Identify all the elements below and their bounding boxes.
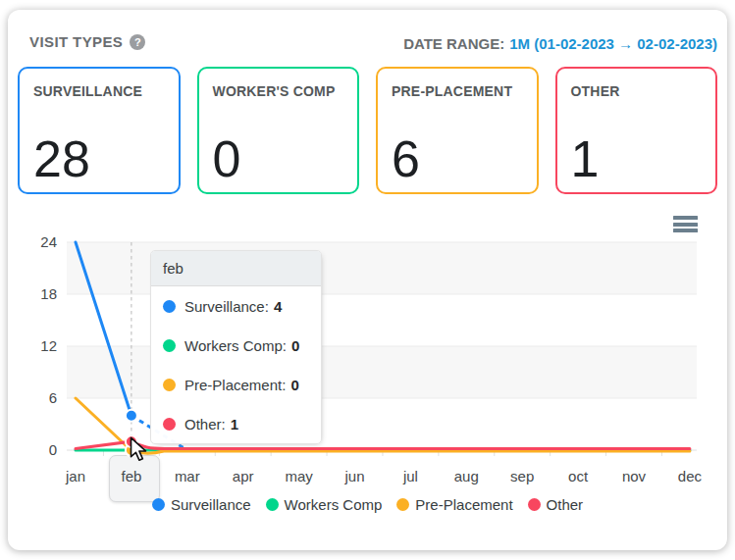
x-label-mar: mar [175,468,200,484]
tooltip-series-value: 1 [231,416,238,433]
tooltip-row-surveillance: Surveillance:4 [151,286,321,326]
chart-legend: SurveillanceWorkers CompPre-PlacementOth… [8,496,727,513]
legend-color-dot [528,498,541,511]
y-label-0: 0 [49,441,57,458]
legend-color-dot [266,498,279,511]
tooltip-series-value: 0 [290,377,298,393]
tooltip-series-value: 4 [274,298,282,315]
y-label-12: 12 [40,337,57,354]
card-value: 0 [213,135,344,183]
x-label-feb: feb [121,468,141,484]
tooltip-series-label: Workers Comp: [184,337,287,354]
card-label: OTHER [571,81,703,102]
card-label: PRE-PLACEMENT [392,81,523,102]
tooltip-row-workers-comp: Workers Comp:0 [151,326,321,365]
visit-type-cards: SURVEILLANCE28WORKER'S COMP0PRE-PLACEMEN… [18,67,717,194]
card-other: OTHER1 [555,67,718,194]
legend-label: Other [547,496,584,513]
x-label-apr: apr [233,468,254,484]
x-label-nov: nov [622,468,647,484]
tooltip-series-label: Surveillance: [184,298,269,315]
y-label-18: 18 [40,285,57,302]
x-label-may: may [285,468,313,484]
tooltip-series-label: Pre-Placement: [184,377,286,393]
x-label-oct: oct [568,468,589,484]
legend-item-surveillance[interactable]: Surveillance [152,496,251,513]
visits-line-chart[interactable]: janfebmaraprmayjunjulaugsepoctnovdec0612… [8,206,727,510]
x-label-dec: dec [678,468,703,484]
help-icon[interactable]: ? [130,34,145,50]
marker-surveillance[interactable] [126,410,137,422]
x-label-aug: aug [454,468,479,484]
visit-types-panel: VISIT TYPES ? DATE RANGE:1M (01-02-2023 … [8,10,727,550]
series-color-dot [163,379,176,391]
legend-label: Pre-Placement [415,496,512,513]
legend-item-workers-comp[interactable]: Workers Comp [266,496,383,513]
page-title: VISIT TYPES [29,33,123,50]
tooltip-row-pre-placement: Pre-Placement:0 [151,365,321,404]
card-label: SURVEILLANCE [33,81,165,102]
legend-label: Surveillance [171,496,251,513]
card-value: 1 [571,135,703,183]
y-label-6: 6 [49,389,57,406]
legend-item-pre-placement[interactable]: Pre-Placement [396,496,512,513]
x-label-sep: sep [510,468,534,484]
card-pre-placement: PRE-PLACEMENT6 [376,67,539,194]
card-value: 28 [33,135,165,183]
y-label-24: 24 [40,233,57,250]
chart-tooltip: feb Surveillance:4Workers Comp:0Pre-Plac… [150,250,322,444]
x-label-jan: jan [65,468,85,484]
series-color-dot [163,300,176,313]
tooltip-series-value: 0 [291,337,299,354]
card-label: WORKER'S COMP [213,81,344,102]
legend-label: Workers Comp [285,496,383,513]
legend-item-other[interactable]: Other [528,496,584,513]
tooltip-rows: Surveillance:4Workers Comp:0Pre-Placemen… [151,286,321,443]
legend-color-dot [152,498,165,511]
tooltip-series-label: Other: [184,416,226,433]
tooltip-title: feb [151,251,321,286]
series-color-dot [163,418,176,431]
x-label-jul: jul [402,468,418,484]
card-surveillance: SURVEILLANCE28 [18,67,181,194]
date-range-value[interactable]: 1M (01-02-2023 → 02-02-2023) [509,35,717,52]
series-color-dot [163,339,176,352]
card-value: 6 [392,135,523,183]
chart-menu-icon[interactable] [673,216,698,235]
date-range-label: DATE RANGE: [403,35,504,52]
x-label-jun: jun [343,468,364,484]
legend-color-dot [396,498,409,511]
panel-header-left: VISIT TYPES ? [29,33,145,50]
panel-header-right: DATE RANGE:1M (01-02-2023 → 02-02-2023) [403,35,717,52]
card-worker-s-comp: WORKER'S COMP0 [197,67,360,194]
mouse-cursor-icon [130,436,153,462]
tooltip-row-other: Other:1 [151,404,321,443]
